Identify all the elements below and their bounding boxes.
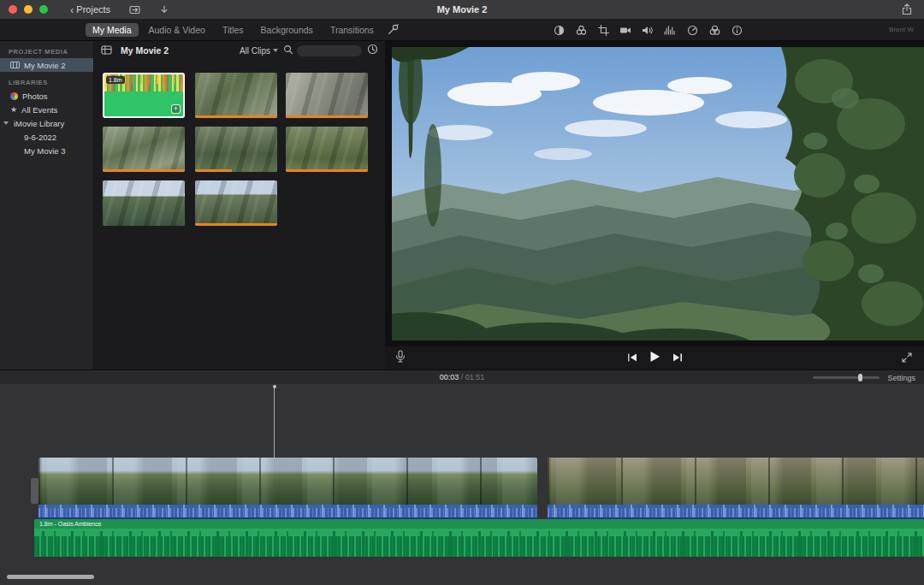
music-waveform (34, 536, 924, 557)
timeline-music-clip[interactable]: 1.8m - Oasis Ambience (34, 519, 924, 557)
tab-transitions[interactable]: Transitions (323, 23, 381, 37)
sidebar-item-photos[interactable]: Photos (0, 89, 93, 103)
clip-duration-icon[interactable] (367, 43, 378, 58)
media-clip-thumbnail[interactable] (286, 127, 368, 172)
crop-icon[interactable] (597, 24, 609, 36)
next-frame-icon[interactable] (672, 351, 683, 366)
clip-filters-icon[interactable] (708, 24, 720, 36)
chevron-down-icon (273, 49, 278, 52)
media-clip-thumbnail[interactable] (286, 73, 368, 118)
sidebar-item-label: 9-6-2022 (24, 133, 56, 142)
used-in-project-stripe (103, 169, 185, 172)
previous-frame-icon[interactable] (627, 351, 637, 366)
media-clip-thumbnail[interactable] (195, 180, 277, 226)
noise-reduction-icon[interactable] (664, 24, 676, 36)
transport-controls (385, 351, 924, 366)
window-controls (9, 5, 48, 14)
sidebar-item-label: My Movie 3 (24, 146, 66, 156)
tab-titles[interactable]: Titles (216, 23, 251, 37)
clip-trim-handle[interactable] (31, 478, 38, 504)
tab-audio-video[interactable]: Audio & Video (142, 23, 212, 37)
current-time: 00:03 (440, 373, 459, 381)
viewer-controls (385, 346, 924, 369)
clip-audio-waveform (38, 505, 537, 519)
viewer-adjust-bar (553, 19, 743, 41)
music-clip-label: 1.8m - Oasis Ambience (39, 521, 101, 527)
color-correction-icon[interactable] (575, 24, 587, 36)
sidebar-item-label: iMovie Library (14, 119, 64, 128)
media-tabs: My Media Audio & Video Titles Background… (86, 19, 381, 41)
timeline-pane[interactable]: 1.8m - Oasis Ambience (0, 384, 924, 585)
sidebar-item-label: All Events (21, 105, 57, 115)
projects-back-button[interactable]: ‹ Projects (70, 3, 110, 16)
search-input[interactable] (297, 45, 362, 56)
filter-label: All Clips (240, 46, 270, 56)
sidebar-item-imovie-library[interactable]: iMovie Library (0, 116, 93, 130)
sidebar-item-my-movie-2[interactable]: My Movie 2 (0, 58, 93, 72)
media-clip-thumbnail[interactable] (103, 127, 185, 172)
import-media-icon[interactable] (129, 5, 141, 15)
timeline-settings-button[interactable]: Settings (887, 374, 915, 382)
used-in-project-stripe (195, 169, 232, 172)
playhead[interactable] (274, 387, 275, 458)
credit-text: Brent W (889, 26, 914, 33)
play-icon[interactable] (649, 351, 660, 366)
media-clip-thumbnail[interactable] (195, 127, 277, 172)
used-in-project-stripe (195, 223, 277, 226)
chevron-down-icon[interactable] (3, 121, 9, 125)
all-clips-filter[interactable]: All Clips (240, 46, 278, 56)
clip-appearance-icon[interactable] (101, 43, 112, 58)
used-in-project-stripe (286, 115, 368, 118)
sidebar-item-all-events[interactable]: ★ All Events (0, 103, 93, 116)
download-arrow-icon[interactable] (160, 5, 169, 15)
viewer-pane (385, 41, 924, 369)
title-bar: ‹ Projects My Movie 2 (0, 0, 924, 19)
horizontal-scrollbar[interactable] (7, 575, 94, 579)
enhance-wand-icon[interactable] (387, 24, 399, 39)
filmstrip-thumbnails (548, 458, 924, 505)
used-in-project-stripe (286, 169, 368, 172)
share-icon[interactable] (902, 3, 912, 19)
color-balance-icon[interactable] (553, 24, 565, 36)
zoom-slider-thumb[interactable] (858, 374, 862, 381)
libraries-header: LIBRARIES (0, 72, 93, 89)
search-icon[interactable] (283, 43, 293, 58)
tab-my-media[interactable]: My Media (86, 23, 139, 37)
video-preview (392, 47, 924, 340)
media-clip-thumbnail[interactable] (103, 180, 185, 226)
filmstrip-thumbnails (38, 458, 537, 505)
selected-audio-clip[interactable]: 1.8m + (103, 73, 185, 118)
libraries-sidebar: PROJECT MEDIA My Movie 2 LIBRARIES Photo… (0, 41, 94, 369)
timeline-video-clip[interactable] (548, 458, 924, 519)
minimize-window-button[interactable] (24, 5, 33, 14)
volume-icon[interactable] (642, 24, 654, 36)
sidebar-item-9-6-2022[interactable]: 9-6-2022 (0, 130, 93, 144)
sidebar-item-label: My Movie 2 (24, 61, 66, 70)
photos-icon (10, 92, 18, 100)
browser-title: My Movie 2 (121, 45, 169, 56)
browser-header: My Movie 2 All Clips (94, 41, 385, 60)
timecode-display: 00:03 / 01:51 (0, 373, 924, 381)
media-browser: My Movie 2 All Clips 1.8m + (94, 41, 385, 369)
used-in-project-stripe (195, 115, 277, 118)
timeline-video-clip[interactable] (38, 458, 537, 519)
search-area (283, 43, 362, 58)
zoom-window-button[interactable] (39, 5, 48, 14)
speed-icon[interactable] (686, 24, 698, 36)
projects-back-label: Projects (76, 4, 110, 15)
film-clip-icon (10, 62, 20, 68)
sidebar-item-my-movie-3[interactable]: My Movie 3 (0, 144, 93, 157)
project-media-header: PROJECT MEDIA (0, 41, 93, 58)
stabilization-icon[interactable] (619, 24, 631, 36)
media-clip-thumbnail[interactable] (195, 73, 277, 118)
clip-info-icon[interactable] (731, 24, 743, 36)
timeline-zoom-slider[interactable] (813, 376, 880, 379)
add-to-timeline-button[interactable]: + (171, 104, 181, 114)
star-icon: ★ (10, 105, 17, 114)
tab-backgrounds[interactable]: Backgrounds (254, 23, 320, 37)
back-chevron-icon: ‹ (70, 3, 74, 16)
imovie-window: ‹ Projects My Movie 2 My Media Audio & V… (0, 0, 924, 585)
media-toolbar: My Media Audio & Video Titles Background… (0, 19, 924, 41)
music-clip-label-band (34, 519, 924, 529)
close-window-button[interactable] (9, 5, 17, 14)
